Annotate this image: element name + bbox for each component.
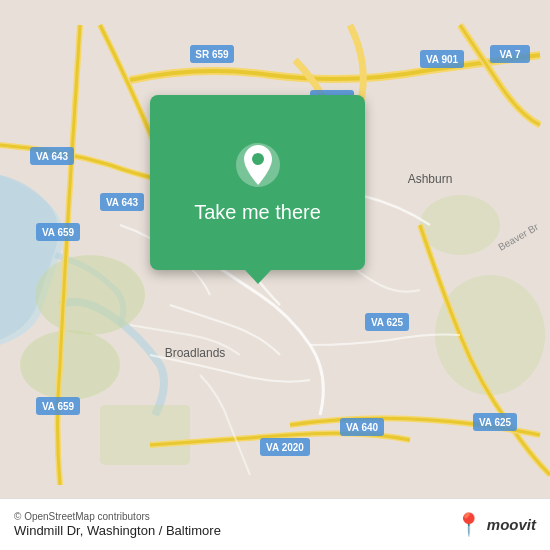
- svg-point-1: [35, 255, 145, 335]
- location-pin-icon: [234, 141, 282, 189]
- location-title: Windmill Dr, Washington / Baltimore: [14, 523, 221, 538]
- map-background: VA 7 VA 901 VA 901 SR 659 VA 643 VA 643 …: [0, 0, 550, 550]
- svg-text:VA 625: VA 625: [479, 417, 512, 428]
- moovit-brand-text: moovit: [487, 516, 536, 533]
- svg-rect-5: [100, 405, 190, 465]
- svg-text:VA 7: VA 7: [499, 49, 521, 60]
- svg-text:VA 643: VA 643: [36, 151, 69, 162]
- svg-text:SR 659: SR 659: [195, 49, 229, 60]
- svg-text:Broadlands: Broadlands: [165, 346, 226, 360]
- take-me-there-button[interactable]: Take me there: [194, 201, 321, 224]
- osm-credit: © OpenStreetMap contributors: [14, 511, 221, 522]
- svg-text:VA 659: VA 659: [42, 227, 75, 238]
- navigation-popup[interactable]: Take me there: [150, 95, 365, 270]
- svg-point-34: [252, 153, 264, 165]
- moovit-logo: 📍 moovit: [455, 512, 536, 538]
- svg-text:VA 640: VA 640: [346, 422, 379, 433]
- bottom-bar: © OpenStreetMap contributors Windmill Dr…: [0, 498, 550, 550]
- svg-text:VA 625: VA 625: [371, 317, 404, 328]
- svg-text:Ashburn: Ashburn: [408, 172, 453, 186]
- svg-text:VA 901: VA 901: [426, 54, 459, 65]
- bottom-left-info: © OpenStreetMap contributors Windmill Dr…: [14, 511, 221, 538]
- svg-text:VA 643: VA 643: [106, 197, 139, 208]
- svg-point-2: [20, 330, 120, 400]
- svg-point-4: [420, 195, 500, 255]
- map-container: VA 7 VA 901 VA 901 SR 659 VA 643 VA 643 …: [0, 0, 550, 550]
- svg-text:VA 2020: VA 2020: [266, 442, 304, 453]
- moovit-pin-icon: 📍: [455, 512, 482, 538]
- svg-text:VA 659: VA 659: [42, 401, 75, 412]
